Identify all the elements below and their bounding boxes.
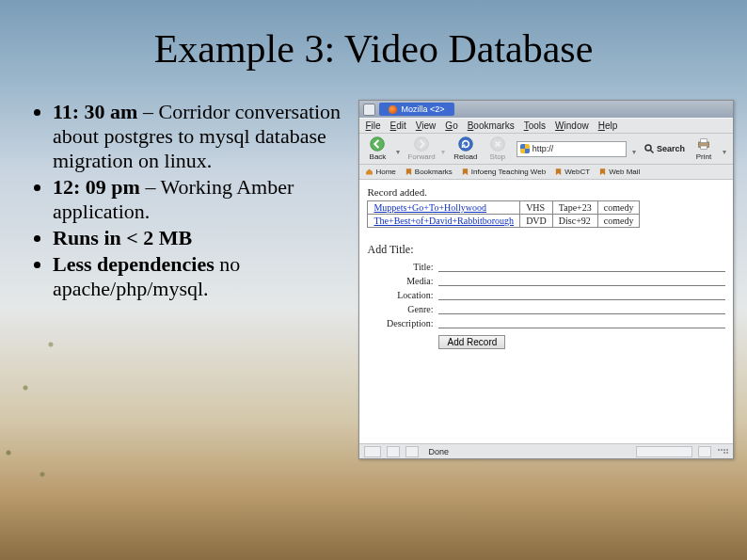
stop-button[interactable]: Stop (485, 136, 511, 161)
table-row: Muppets+Go+To+Hollywood VHS Tape+23 come… (368, 201, 640, 215)
record-added-message: Record added. (367, 186, 725, 198)
bookmarks-toolbar: Home Bookmarks Infoeng Teaching Web WebC… (359, 165, 733, 180)
record-genre: comedy (597, 215, 640, 228)
label-title: Title: (367, 262, 433, 272)
menu-window[interactable]: Window (555, 120, 589, 131)
arrow-right-icon (414, 136, 429, 152)
menu-go[interactable]: Go (445, 120, 457, 131)
svg-rect-8 (701, 146, 707, 149)
status-offline-icon (405, 446, 419, 457)
search-icon (644, 143, 655, 154)
status-bar: Done (359, 443, 733, 458)
bullet-item: Less dependencies no apache/php/mysql. (53, 252, 347, 301)
stop-label: Stop (490, 152, 505, 161)
chevron-down-icon[interactable]: ▾ (441, 142, 447, 156)
record-location: Disc+92 (552, 215, 597, 228)
back-label: Back (370, 152, 387, 161)
background-foliage (0, 301, 85, 518)
label-media: Media: (367, 276, 433, 286)
slide-title: Example 3: Video Database (0, 0, 747, 72)
bookmark-icon (554, 168, 563, 176)
menu-edit[interactable]: Edit (390, 120, 406, 131)
window-title: Mozilla <2> (379, 103, 453, 116)
stop-icon (490, 136, 505, 152)
description-field[interactable] (438, 317, 725, 328)
bookmark-icon (461, 168, 469, 176)
svg-point-4 (645, 145, 651, 151)
bookmark-home[interactable]: Home (365, 168, 395, 176)
status-text: Done (424, 447, 630, 456)
lock-icon (698, 446, 711, 457)
bookmark-webmail[interactable]: Web Mail (598, 168, 640, 176)
bookmark-icon (598, 168, 607, 176)
status-throbber (364, 446, 381, 457)
window-titlebar[interactable]: Mozilla <2> (359, 101, 733, 118)
url-bar[interactable]: http:// (517, 141, 627, 157)
status-security-icon (387, 446, 400, 457)
menu-tools[interactable]: Tools (524, 120, 546, 131)
forward-button[interactable]: Forward (407, 136, 435, 161)
svg-point-2 (458, 137, 472, 152)
resize-grip[interactable] (717, 449, 728, 454)
label-location: Location: (367, 290, 433, 300)
bullet-item: 12: 09 pm – Working Amber application. (53, 175, 347, 224)
menu-bookmarks[interactable]: Bookmarks (468, 120, 515, 131)
menu-view[interactable]: View (416, 120, 437, 131)
search-label: Search (657, 144, 685, 153)
svg-rect-7 (701, 139, 707, 143)
reload-label: Reload (453, 152, 477, 161)
search-button[interactable]: Search (644, 143, 685, 154)
bookmark-webct[interactable]: WebCT (554, 168, 590, 176)
arrow-left-icon (370, 136, 385, 152)
record-media: DVD (520, 215, 553, 228)
navigation-toolbar: Back ▾ Forward ▾ Reload Stop http:// ▾ (359, 134, 733, 165)
add-title-heading: Add Title: (367, 243, 725, 257)
table-row: The+Best+of+David+Rabbitborough DVD Disc… (368, 215, 640, 228)
svg-line-5 (650, 151, 653, 153)
menu-file[interactable]: File (365, 120, 380, 131)
record-title-link[interactable]: Muppets+Go+To+Hollywood (374, 202, 486, 213)
genre-field[interactable] (438, 303, 725, 314)
records-table: Muppets+Go+To+Hollywood VHS Tape+23 come… (367, 200, 640, 228)
bookmark-infoeng[interactable]: Infoeng Teaching Web (461, 168, 546, 176)
menu-bar: File Edit View Go Bookmarks Tools Window… (359, 118, 733, 134)
window-menu-button[interactable] (363, 104, 375, 116)
record-title-link[interactable]: The+Best+of+David+Rabbitborough (374, 216, 514, 226)
forward-label: Forward (407, 152, 435, 161)
svg-point-1 (415, 137, 429, 152)
location-field[interactable] (438, 289, 725, 300)
print-label: Print (696, 152, 711, 161)
bookmark-bookmarks[interactable]: Bookmarks (405, 168, 453, 176)
menu-help[interactable]: Help (598, 120, 618, 131)
svg-point-0 (371, 137, 385, 152)
label-genre: Genre: (367, 304, 433, 314)
title-field[interactable] (438, 261, 725, 272)
page-content: Record added. Muppets+Go+To+Hollywood VH… (359, 180, 733, 443)
progress-bar (636, 446, 692, 457)
reload-icon (458, 136, 473, 152)
bullet-item: 11: 30 am – Corridor conversation about … (53, 100, 347, 173)
record-location: Tape+23 (552, 201, 597, 215)
media-field[interactable] (438, 275, 725, 286)
record-genre: comedy (597, 201, 640, 215)
chevron-down-icon[interactable]: ▾ (396, 142, 402, 156)
back-button[interactable]: Back (364, 136, 390, 161)
slide-body: 11: 30 am – Corridor conversation about … (0, 72, 747, 459)
chevron-down-icon[interactable]: ▾ (632, 142, 638, 156)
url-value: http:// (532, 144, 554, 153)
reload-button[interactable]: Reload (453, 136, 479, 161)
bookmark-icon (405, 168, 413, 176)
chevron-down-icon[interactable]: ▾ (723, 142, 728, 156)
browser-window: Mozilla <2> File Edit View Go Bookmarks … (358, 100, 734, 459)
bullet-item: Runs in < 2 MB (53, 226, 347, 250)
add-record-button[interactable]: Add Record (438, 335, 505, 349)
record-media: VHS (520, 201, 553, 215)
home-icon (365, 168, 374, 176)
printer-icon (696, 136, 711, 152)
print-button[interactable]: Print (691, 136, 717, 161)
add-record-form: Title: Media: Location: Genre: Descripti… (367, 261, 725, 349)
label-description: Description: (367, 318, 433, 328)
